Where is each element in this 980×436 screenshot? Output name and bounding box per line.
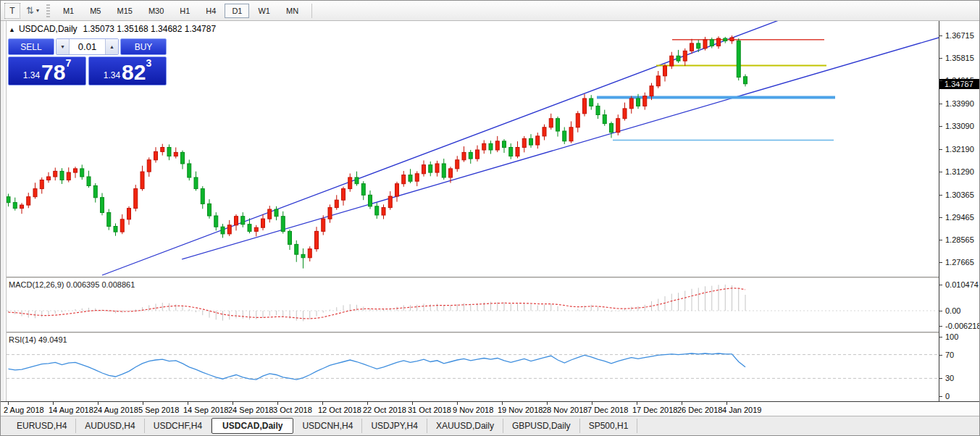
sell-price-display[interactable]: 1.34 78 7 [8, 56, 86, 85]
sell-button[interactable]: SELL [8, 38, 54, 55]
chart-tab-XAUUSD-Daily[interactable]: XAUUSD,Daily [427, 419, 503, 433]
price-axis-label: 1.32190 [945, 145, 974, 154]
volume-input[interactable] [70, 39, 105, 54]
candle-body [328, 208, 332, 219]
price-axis-tick [939, 58, 942, 59]
toolbar-separator-grip[interactable] [46, 4, 50, 17]
candle-body [214, 216, 218, 227]
candle-body [710, 40, 713, 46]
buy-price-display[interactable]: 1.34 82 3 [88, 56, 167, 85]
chart-tab-AUDUSD-H4[interactable]: AUDUSD,H4 [76, 419, 144, 433]
candle-body [107, 213, 111, 227]
volume-increase-button[interactable]: ▲ [105, 39, 118, 54]
candle-body [74, 169, 78, 172]
date-axis[interactable]: 2 Aug 201814 Aug 201824 Aug 20185 Sep 20… [1, 401, 980, 417]
candle-body [221, 227, 225, 234]
price-axis-tick [939, 172, 942, 172]
buy-price-pips: 82 [122, 62, 146, 83]
candle-body [395, 184, 399, 196]
candle-body [167, 148, 171, 156]
candle-body [67, 172, 70, 180]
candle-body [33, 189, 37, 197]
candle-body [629, 98, 633, 109]
dropdown-caret-icon: ▾ [36, 7, 39, 14]
candle-body [656, 76, 660, 86]
timeframe-button-H1[interactable]: H1 [172, 4, 197, 18]
timeframe-button-W1[interactable]: W1 [251, 4, 277, 18]
timeframe-button-D1[interactable]: D1 [225, 4, 249, 18]
price-axis-label: 1.33990 [945, 99, 974, 108]
date-tick-label: 7 Dec 2018 [587, 406, 628, 414]
trend-channel-line[interactable] [182, 25, 939, 259]
candle-body [482, 143, 486, 150]
price-axis-tick [939, 149, 942, 150]
chart-tab-GBPUSD-Daily[interactable]: GBPUSD,Daily [503, 419, 580, 433]
candle-body [543, 127, 546, 136]
toolbar: T ⇅ ▾ M1M5M15M30H1H4D1W1MN [1, 1, 979, 21]
timeframe-button-M30[interactable]: M30 [141, 4, 171, 18]
date-tick-label: 24 Aug 2018 [93, 406, 138, 414]
timeframe-button-M1[interactable]: M1 [56, 4, 81, 18]
date-axis-tick [726, 402, 727, 405]
candle-body [174, 152, 177, 156]
date-axis-tick [8, 402, 9, 405]
date-tick-label: 26 Dec 2018 [677, 406, 722, 414]
timeframe-button-H4[interactable]: H4 [198, 4, 223, 18]
candle-body [120, 219, 124, 232]
chart-tab-USDCAD-Daily[interactable]: USDCAD,Daily [212, 418, 293, 434]
candle-body [556, 119, 560, 131]
candle-body [536, 136, 540, 145]
candle-body [369, 195, 372, 206]
candle-body [54, 171, 57, 177]
date-tick-label: 3 Oct 2018 [273, 406, 312, 414]
left-edge-splitter[interactable] [1, 21, 7, 417]
price-axis-label: 1.31290 [945, 167, 974, 176]
chart-tab-USDCNH-H4[interactable]: USDCNH,H4 [293, 419, 362, 433]
rsi-indicator-pane[interactable] [7, 333, 939, 401]
buy-button[interactable]: BUY [120, 38, 167, 55]
chart-ohlc-values: 1.35073 1.35168 1.34682 1.34787 [83, 24, 217, 34]
candle-body [308, 249, 311, 258]
price-axis-tick [939, 240, 942, 240]
price-axis-label: 1.34915 [945, 76, 974, 85]
timeframe-button-M5[interactable]: M5 [83, 4, 108, 18]
candle-body [509, 148, 513, 156]
candle-body [549, 119, 553, 127]
rsi-axis-tick [939, 337, 942, 338]
timeframe-button-MN[interactable]: MN [279, 4, 306, 18]
text-tool-button[interactable]: T [4, 3, 20, 19]
date-tick-label: 9 Nov 2018 [453, 406, 493, 414]
timeframe-button-M15[interactable]: M15 [109, 4, 139, 18]
date-tick-label: 19 Nov 2018 [498, 406, 543, 414]
chart-tab-USDCHF-H4[interactable]: USDCHF,H4 [145, 419, 212, 433]
date-tick-label: 22 Oct 2018 [363, 406, 406, 414]
candle-body [663, 66, 667, 76]
macd-indicator-pane[interactable] [7, 278, 939, 332]
candle-body [208, 204, 212, 216]
candle-body [60, 171, 64, 180]
sell-price-fraction: 7 [65, 52, 71, 74]
date-axis-tick [367, 402, 368, 405]
chart-tab-SP500-H1[interactable]: SP500,H1 [580, 419, 638, 433]
date-axis-tick [682, 402, 682, 405]
price-axis[interactable]: 1.34787 1.367151.358151.349151.339901.33… [939, 21, 980, 401]
candle-body [529, 138, 533, 145]
candle-body [724, 38, 727, 41]
collapse-triangle-icon[interactable]: ▲ [9, 26, 15, 33]
macd-axis-tick [939, 326, 942, 327]
rsi-axis-label: 70 [945, 351, 954, 359]
candle-body [415, 174, 419, 181]
candle-body [27, 197, 30, 205]
candle-body [637, 98, 640, 106]
candle-body [495, 141, 499, 150]
price-axis-label: 1.36715 [945, 31, 974, 40]
arrange-windows-button[interactable]: ⇅ ▾ [23, 3, 42, 19]
chart-tab-USDJPY-H4[interactable]: USDJPY,H4 [362, 419, 427, 433]
candle-body [522, 138, 526, 147]
chart-tab-EURUSD-H4[interactable]: EURUSD,H4 [8, 419, 76, 433]
trading-app-window: T ⇅ ▾ M1M5M15M30H1H4D1W1MN ▲USDCAD,Daily… [0, 0, 980, 436]
macd-label: MACD(12,26,9) 0.006395 0.008861 [9, 280, 135, 289]
sell-price-pips: 78 [41, 62, 65, 83]
candle-body [402, 175, 406, 184]
candle-body [388, 196, 392, 208]
